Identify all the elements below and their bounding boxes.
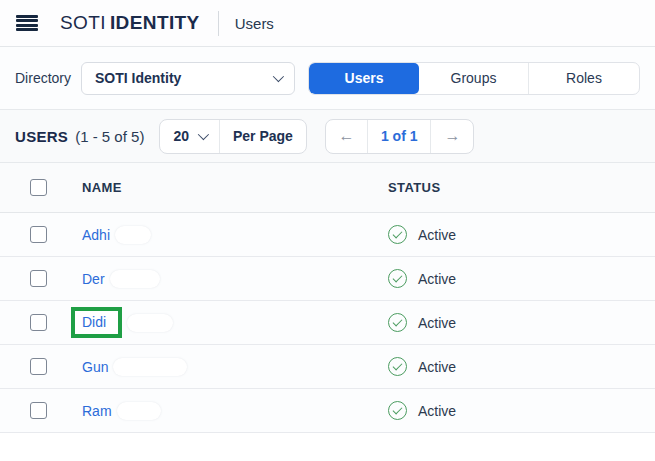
user-name-link[interactable]: Gun [82, 359, 108, 375]
tab-roles[interactable]: Roles [529, 63, 639, 94]
per-page-label: Per Page [220, 120, 306, 153]
column-header-status: STATUS [388, 180, 440, 195]
page-size-control: 20 Per Page [159, 119, 307, 154]
status-label: Active [418, 271, 456, 287]
page-size-select[interactable]: 20 [160, 120, 220, 153]
user-name-link[interactable]: Ram [82, 403, 112, 419]
column-header-name: NAME [82, 180, 122, 195]
status-label: Active [418, 227, 456, 243]
redacted-text-patch [115, 226, 151, 244]
tab-users[interactable]: Users [309, 63, 419, 94]
toolbar: Directory SOTI Identity Users Groups Rol… [0, 47, 655, 110]
breadcrumb: Users [235, 15, 274, 32]
table-row: Didi Active [0, 301, 655, 345]
directory-select-value: SOTI Identity [95, 70, 181, 86]
next-page-button[interactable]: → [431, 120, 473, 153]
redacted-text-patch [113, 358, 187, 376]
header-divider [218, 11, 219, 36]
page-indicator: 1 of 1 [368, 120, 432, 153]
tab-groups[interactable]: Groups [419, 63, 529, 94]
check-circle-icon [388, 401, 407, 420]
chevron-down-icon [273, 71, 284, 82]
list-title: USERS [15, 128, 68, 145]
logo-primary: SOTI [60, 12, 106, 33]
highlight-annotation-box: Didi [71, 307, 122, 338]
directory-select[interactable]: SOTI Identity [81, 62, 295, 95]
table-header-row: NAME STATUS [0, 163, 655, 213]
pagination-control: ← 1 of 1 → [325, 119, 475, 154]
arrow-right-icon: → [444, 127, 460, 145]
prev-page-button[interactable]: ← [326, 120, 368, 153]
row-checkbox[interactable] [30, 226, 47, 243]
directory-label: Directory [15, 70, 71, 86]
page-size-value: 20 [173, 128, 189, 144]
redacted-text-patch [127, 314, 173, 332]
list-range: (1 - 5 of 5) [75, 128, 144, 145]
check-circle-icon [388, 313, 407, 332]
top-bar: SOTIIDENTITY Users [0, 0, 655, 47]
select-all-checkbox[interactable] [30, 179, 47, 196]
row-checkbox[interactable] [30, 270, 47, 287]
table-row: Ram Active [0, 389, 655, 433]
row-checkbox[interactable] [30, 358, 47, 375]
arrow-left-icon: ← [338, 127, 354, 145]
chevron-down-icon [198, 129, 209, 140]
user-name-link[interactable]: Didi [82, 314, 106, 330]
view-tab-group: Users Groups Roles [308, 62, 640, 95]
row-checkbox[interactable] [30, 402, 47, 419]
redacted-text-patch [110, 270, 160, 288]
check-circle-icon [388, 357, 407, 376]
redacted-text-patch [117, 402, 161, 420]
status-label: Active [418, 403, 456, 419]
user-name-link[interactable]: Adhi [82, 227, 110, 243]
app-logo: SOTIIDENTITY [60, 12, 200, 34]
user-name-link[interactable]: Der [82, 271, 105, 287]
logo-secondary: IDENTITY [110, 12, 200, 33]
bottom-whitespace [0, 433, 655, 461]
status-label: Active [418, 359, 456, 375]
check-circle-icon [388, 225, 407, 244]
table-row: Gun Active [0, 345, 655, 389]
table-row: Adhi Active [0, 213, 655, 257]
status-label: Active [418, 315, 456, 331]
hamburger-menu-icon[interactable] [16, 15, 38, 32]
check-circle-icon [388, 269, 407, 288]
list-summary-bar: USERS (1 - 5 of 5) 20 Per Page ← 1 of 1 … [0, 110, 655, 163]
row-checkbox[interactable] [30, 314, 47, 331]
table-row: Der Active [0, 257, 655, 301]
